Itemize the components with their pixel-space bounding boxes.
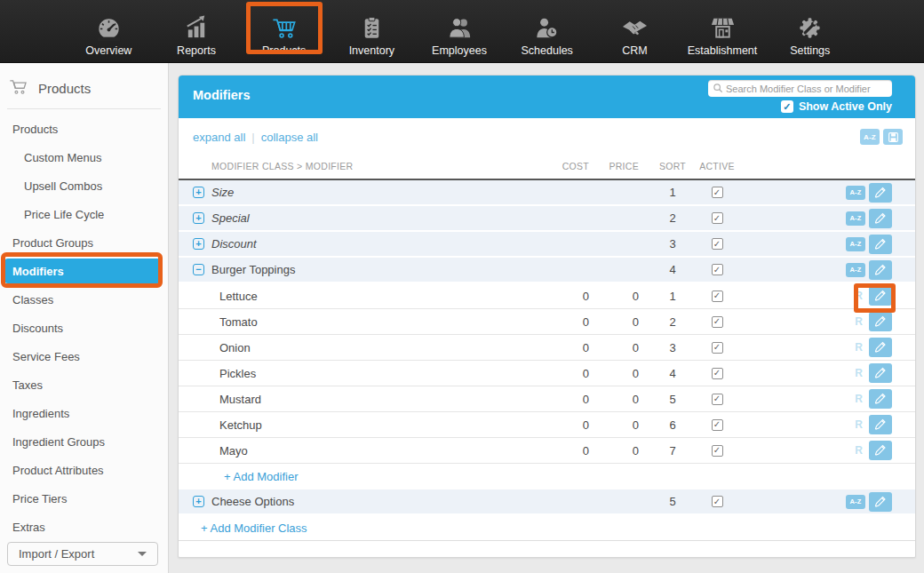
active-cell	[693, 290, 741, 302]
modifier-name: Mayo	[219, 444, 248, 458]
sidebar-item-taxes[interactable]: Taxes	[0, 370, 168, 399]
sidebar-item-ingredient-groups[interactable]: Ingredient Groups	[0, 427, 168, 456]
edit-button[interactable]	[869, 183, 892, 203]
sidebar-item-modifiers[interactable]: Modifiers	[4, 259, 161, 283]
modifier-row: Tomato002R	[179, 309, 915, 335]
add-modifier-class-link[interactable]: + Add Modifier Class	[201, 521, 307, 535]
active-checkbox[interactable]	[712, 445, 723, 457]
row-actions: R	[741, 312, 892, 331]
edit-button[interactable]	[869, 441, 892, 460]
active-checkbox[interactable]	[712, 419, 723, 431]
edit-button[interactable]	[869, 286, 892, 306]
active-checkbox[interactable]	[712, 316, 723, 328]
add-modifier-link[interactable]: + Add Modifier	[224, 470, 298, 483]
edit-button[interactable]	[869, 389, 892, 409]
active-checkbox[interactable]	[712, 238, 723, 250]
pencil-icon	[873, 418, 888, 431]
nav-item-settings[interactable]: Settings	[766, 0, 854, 63]
edit-button[interactable]	[869, 209, 892, 228]
edit-button[interactable]	[869, 363, 892, 383]
reorder-handle[interactable]: R	[855, 393, 863, 405]
class-name-cell: Size	[193, 186, 549, 199]
nav-item-establishment[interactable]: Establishment	[679, 0, 767, 63]
modifier-class-row: Burger Toppings4A-Z	[179, 258, 915, 283]
reorder-handle[interactable]: R	[855, 367, 863, 379]
reorder-handle[interactable]: R	[855, 418, 863, 431]
active-checkbox[interactable]	[712, 342, 723, 354]
sidebar-item-product-groups[interactable]: Product Groups	[0, 228, 168, 257]
column-header-sort: SORT	[652, 161, 693, 171]
edit-button[interactable]	[869, 312, 892, 331]
import-export-dropdown[interactable]: Import / Export	[7, 542, 158, 566]
save-button[interactable]	[883, 129, 903, 145]
sidebar-item-classes[interactable]: Classes	[0, 285, 168, 314]
modifier-row: Mustard005R	[179, 386, 915, 412]
nav-item-schedules[interactable]: Schedules	[503, 0, 591, 63]
row-actions: R	[741, 286, 892, 306]
sidebar-item-price-life-cycle[interactable]: Price Life Cycle	[0, 200, 168, 228]
class-name-cell: Burger Toppings	[193, 263, 549, 276]
active-checkbox[interactable]	[712, 187, 723, 198]
class-name: Burger Toppings	[211, 263, 295, 276]
modifier-name-cell: Lettuce	[193, 290, 549, 303]
active-checkbox[interactable]	[712, 290, 723, 302]
expand-all-link[interactable]: expand all	[193, 131, 245, 144]
modifier-name: Tomato	[219, 315, 258, 329]
nav-item-employees[interactable]: Employees	[416, 0, 504, 63]
nav-item-products[interactable]: Products	[240, 0, 328, 63]
collapse-all-link[interactable]: collapse all	[261, 131, 318, 144]
modifier-class-row: Discount3A-Z	[179, 232, 915, 258]
show-active-checkbox[interactable]	[781, 100, 793, 113]
nav-item-inventory[interactable]: Inventory	[328, 0, 416, 63]
active-checkbox[interactable]	[712, 368, 723, 379]
show-active-only-toggle[interactable]: Show Active Only	[781, 100, 892, 113]
reorder-handle[interactable]: R	[855, 290, 863, 302]
reorder-handle[interactable]: R	[855, 444, 863, 457]
row-sort-az-button[interactable]: A-Z	[846, 186, 865, 200]
row-sort-az-button[interactable]: A-Z	[846, 211, 865, 226]
nav-item-reports[interactable]: Reports	[153, 0, 241, 63]
sidebar-item-products[interactable]: Products	[0, 115, 168, 143]
edit-button[interactable]	[869, 260, 892, 280]
reorder-handle[interactable]: R	[855, 315, 863, 328]
expand-toggle-icon[interactable]	[193, 496, 204, 507]
edit-button[interactable]	[869, 415, 892, 434]
sidebar-nav: ProductsCustom MenusUpsell CombosPrice L…	[0, 115, 168, 541]
price-value: 0	[602, 367, 652, 380]
edit-button[interactable]	[869, 235, 892, 254]
active-checkbox[interactable]	[712, 264, 723, 275]
expand-toggle-icon[interactable]	[193, 238, 204, 250]
row-actions: R	[741, 338, 892, 357]
sidebar-item-discounts[interactable]: Discounts	[0, 314, 168, 342]
sidebar-title: Products	[38, 81, 91, 96]
row-sort-az-button[interactable]: A-Z	[846, 263, 865, 277]
pencil-icon	[873, 393, 888, 405]
search-input[interactable]	[726, 84, 888, 94]
collapse-toggle-icon[interactable]	[193, 264, 204, 275]
expand-toggle-icon[interactable]	[193, 187, 204, 198]
sidebar-item-custom-menus[interactable]: Custom Menus	[0, 143, 168, 171]
row-sort-az-button[interactable]: A-Z	[846, 495, 865, 509]
reorder-handle[interactable]: R	[855, 341, 863, 354]
sort-value: 2	[652, 211, 693, 225]
sidebar-item-extras[interactable]: Extras	[0, 513, 168, 541]
expand-toggle-icon[interactable]	[193, 212, 204, 224]
active-checkbox[interactable]	[712, 212, 723, 224]
nav-item-overview[interactable]: Overview	[65, 0, 153, 63]
modifier-name-cell: Mayo	[193, 444, 549, 458]
sidebar-item-price-tiers[interactable]: Price Tiers	[0, 484, 168, 513]
sidebar-item-upsell-combos[interactable]: Upsell Combos	[0, 171, 168, 200]
edit-button[interactable]	[869, 338, 892, 357]
sidebar-item-product-attributes[interactable]: Product Attributes	[0, 456, 168, 484]
edit-button[interactable]	[869, 492, 892, 512]
nav-item-crm[interactable]: CRM	[591, 0, 679, 63]
active-checkbox[interactable]	[712, 496, 723, 507]
pencil-icon	[873, 315, 888, 328]
sidebar-item-ingredients[interactable]: Ingredients	[0, 399, 168, 427]
row-sort-az-button[interactable]: A-Z	[846, 237, 865, 251]
active-cell	[693, 342, 741, 354]
sort-az-button[interactable]: A-Z	[860, 129, 880, 145]
pencil-icon	[873, 290, 888, 302]
active-checkbox[interactable]	[712, 394, 723, 405]
sidebar-item-service-fees[interactable]: Service Fees	[0, 342, 168, 370]
